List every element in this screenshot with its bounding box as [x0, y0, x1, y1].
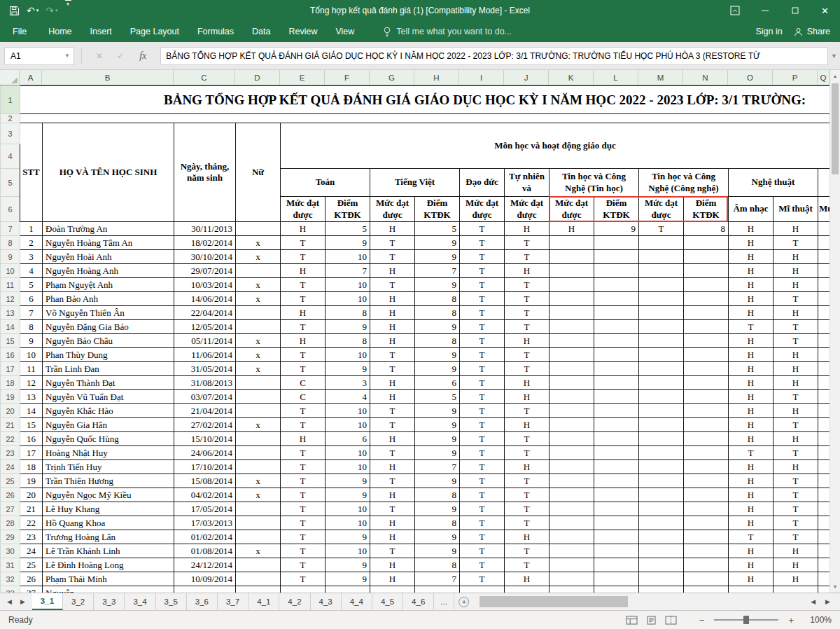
- cell-value[interactable]: [684, 418, 729, 432]
- column-header-J[interactable]: J: [504, 70, 549, 85]
- cell-value[interactable]: [639, 376, 684, 390]
- row-header[interactable]: 19: [1, 390, 20, 404]
- cell-student-name[interactable]: Nguyễn Thành Đạt: [43, 376, 174, 390]
- cell-value[interactable]: C: [281, 376, 326, 390]
- cell-stt[interactable]: 27: [20, 586, 43, 593]
- cell-value[interactable]: T: [370, 236, 415, 250]
- subheader-clipped[interactable]: Mức đạt được: [818, 197, 830, 222]
- empty-cell[interactable]: [20, 114, 830, 123]
- cell-value[interactable]: [594, 516, 639, 530]
- cell-value[interactable]: 9: [415, 320, 460, 334]
- cell-dob[interactable]: 15/08/2014: [174, 474, 236, 488]
- row-header[interactable]: 8: [1, 236, 20, 250]
- cell-value[interactable]: H: [729, 362, 774, 376]
- cell-stt[interactable]: 23: [20, 530, 43, 544]
- cell-female[interactable]: [236, 306, 281, 320]
- cell-value[interactable]: H: [774, 460, 818, 474]
- cell-value[interactable]: 9: [326, 474, 370, 488]
- cell-stt[interactable]: 11: [20, 362, 43, 376]
- cell-value[interactable]: 9: [326, 362, 370, 376]
- cell-value[interactable]: T: [281, 558, 326, 572]
- vertical-scrollbar-thumb[interactable]: [832, 83, 839, 174]
- cell-value[interactable]: [639, 264, 684, 278]
- cell-value[interactable]: 8: [415, 488, 460, 502]
- cell-value[interactable]: 10: [326, 502, 370, 516]
- cell-value[interactable]: [639, 530, 684, 544]
- cell-value[interactable]: H: [729, 222, 774, 236]
- cell-dob[interactable]: 30/11/2013: [174, 222, 236, 236]
- header-subject-tin-hoc[interactable]: Tin học và Công Nghệ (Tin học): [550, 169, 639, 197]
- cell-student-name[interactable]: Lê Huy Khang: [43, 502, 174, 516]
- cell-female[interactable]: [236, 516, 281, 530]
- cell-value[interactable]: [684, 348, 729, 362]
- column-header-F[interactable]: F: [325, 70, 370, 85]
- cell-value[interactable]: [639, 488, 684, 502]
- cell-value[interactable]: H: [729, 544, 774, 558]
- sheet-tab-3_6[interactable]: 3_6: [187, 593, 218, 610]
- cell-female[interactable]: x: [236, 236, 281, 250]
- cell-stt[interactable]: 7: [20, 306, 43, 320]
- sheet-tab-overflow[interactable]: ...: [434, 593, 454, 610]
- cell-value[interactable]: [594, 264, 639, 278]
- cell-value[interactable]: 9: [594, 222, 639, 236]
- cell-value[interactable]: H: [774, 348, 818, 362]
- cell-value[interactable]: [594, 250, 639, 264]
- cell-value[interactable]: 9: [415, 530, 460, 544]
- cell-value[interactable]: H: [774, 432, 818, 446]
- header-subject-tu-nhien[interactable]: Tự nhiên và: [505, 169, 550, 197]
- new-sheet-button[interactable]: +: [454, 593, 474, 610]
- cell-value[interactable]: H: [729, 404, 774, 418]
- cell-value[interactable]: [415, 586, 460, 593]
- cell-value[interactable]: H: [729, 558, 774, 572]
- cell-value[interactable]: [684, 572, 729, 586]
- cell-value[interactable]: 8: [326, 306, 370, 320]
- cell-dob[interactable]: 03/07/2014: [174, 390, 236, 404]
- cell-value[interactable]: [550, 292, 594, 306]
- sheet-tab-3_5[interactable]: 3_5: [156, 593, 187, 610]
- row-header[interactable]: 14: [1, 320, 20, 334]
- cell-value[interactable]: T: [505, 278, 550, 292]
- zoom-in-button[interactable]: +: [787, 615, 795, 625]
- cell-dob[interactable]: 30/10/2014: [174, 250, 236, 264]
- cell-value[interactable]: T: [460, 390, 505, 404]
- cell-value[interactable]: [550, 278, 594, 292]
- scroll-down-icon[interactable]: ▼: [830, 581, 840, 593]
- cell-value[interactable]: T: [281, 278, 326, 292]
- cell-value[interactable]: H: [729, 474, 774, 488]
- header-subject-nghe-thuat[interactable]: Nghệ thuật: [729, 169, 818, 197]
- cell-dob[interactable]: 11/06/2014: [174, 348, 236, 362]
- row-header[interactable]: 12: [1, 292, 20, 306]
- cell-student-name[interactable]: Hồ Quang Khoa: [43, 516, 174, 530]
- zoom-level[interactable]: 100%: [804, 615, 832, 625]
- cell-value[interactable]: [594, 418, 639, 432]
- cell-value[interactable]: T: [460, 264, 505, 278]
- cell-value[interactable]: T: [281, 474, 326, 488]
- subheader-diem-ktdk-highlighted[interactable]: Điểm KTĐK: [594, 197, 639, 222]
- cell-clipped[interactable]: [818, 558, 830, 572]
- cell-student-name[interactable]: Trịnh Tiến Huy: [43, 460, 174, 474]
- cell-value[interactable]: [594, 362, 639, 376]
- cell-value[interactable]: [594, 460, 639, 474]
- cell-value[interactable]: 7: [415, 460, 460, 474]
- cell-value[interactable]: H: [729, 236, 774, 250]
- cell-value[interactable]: [639, 460, 684, 474]
- cell-value[interactable]: 9: [415, 474, 460, 488]
- cell-value[interactable]: [639, 558, 684, 572]
- cell-value[interactable]: H: [774, 250, 818, 264]
- header-subject-tieng-viet[interactable]: Tiếng Việt: [370, 169, 460, 197]
- cell-value[interactable]: [550, 236, 594, 250]
- cell-value[interactable]: 7: [326, 264, 370, 278]
- cell-value[interactable]: [639, 236, 684, 250]
- sheet-title-cell[interactable]: BẢNG TỔNG HỢP KẾT QUẢ ĐÁNH GIÁ GIÁO DỤC …: [20, 86, 830, 114]
- next-sheet-icon[interactable]: ▶: [20, 598, 25, 605]
- cell-stt[interactable]: 18: [20, 460, 43, 474]
- page-layout-view-icon[interactable]: [644, 614, 659, 626]
- sheet-tab-4_1[interactable]: 4_1: [248, 593, 279, 610]
- cell-value[interactable]: [684, 474, 729, 488]
- ribbon-display-options-icon[interactable]: [720, 0, 750, 21]
- cell-value[interactable]: H: [774, 376, 818, 390]
- sheet-tab-4_5[interactable]: 4_5: [372, 593, 403, 610]
- cell-value[interactable]: T: [505, 404, 550, 418]
- cell-value[interactable]: T: [460, 292, 505, 306]
- share-button[interactable]: Share: [794, 27, 830, 36]
